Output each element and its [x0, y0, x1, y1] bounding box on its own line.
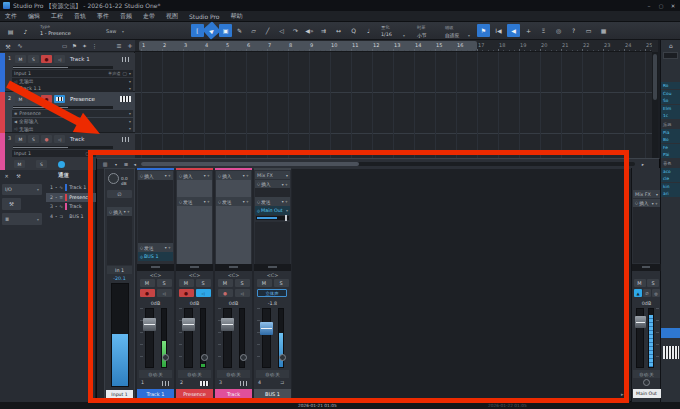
inserts-header[interactable]: ○插入 ▾ + — [107, 207, 132, 216]
browser-item-kin[interactable]: kin — [661, 183, 680, 190]
monitor-button[interactable]: ◁ — [54, 55, 65, 63]
inserts-header[interactable]: ○插入▾ + — [177, 171, 212, 180]
zoom-eye-button[interactable]: ◎ — [552, 24, 565, 37]
mute-button[interactable]: M — [634, 279, 646, 287]
arrange-vscrollbar[interactable] — [652, 52, 658, 158]
solo-button[interactable]: S — [196, 279, 211, 287]
fader-handle[interactable] — [260, 322, 273, 335]
mixfx-header[interactable]: Mix FX▾ — [255, 171, 290, 179]
snap-dropdown-icon[interactable]: ▾ — [468, 33, 470, 38]
menu-item-工程[interactable]: 工程 — [51, 12, 63, 21]
grid-options-button[interactable]: ▦ — [597, 24, 610, 37]
strip-tab[interactable] — [632, 264, 661, 271]
input-select-row[interactable]: Input 1 ◯ ▾ — [12, 150, 96, 157]
channel-list-item-BUS 1[interactable]: 4•⊐BUS 1 — [46, 212, 96, 221]
track-1[interactable]: 1 M S ● ◁ Track 1 Input 1 单声道 ◯ ▾ ◁ 无输出 … — [0, 53, 135, 92]
metronome-icon[interactable]: ♩ — [362, 24, 375, 37]
solo-button[interactable]: S — [647, 279, 659, 287]
display-button[interactable]: ▭ — [582, 24, 595, 37]
fader-track[interactable] — [262, 308, 271, 368]
browser-item-ari[interactable]: ari — [661, 190, 680, 197]
record-arm-button[interactable]: ● — [140, 289, 155, 297]
headphone-button[interactable]: ◎ — [652, 289, 660, 297]
solo-button[interactable]: S — [235, 279, 250, 287]
fader-handle[interactable] — [635, 316, 646, 328]
instrument-editor-button[interactable] — [54, 95, 65, 103]
maximize-button[interactable]: ▢ — [656, 1, 666, 10]
inserts-list[interactable] — [177, 180, 212, 197]
keyboard-icon[interactable] — [663, 346, 679, 359]
browser-selected-item[interactable] — [661, 328, 680, 338]
tools-icon[interactable]: ✦ — [80, 41, 89, 51]
mute-button[interactable]: M — [140, 279, 155, 287]
automation-mode[interactable]: 自动:关 — [139, 370, 172, 378]
return-to-start-button[interactable]: I◀ — [492, 24, 505, 37]
automation-mode[interactable]: 自动:关 — [178, 370, 211, 378]
loop-icon[interactable]: ↔ — [332, 24, 345, 37]
console-scroll-right-icon[interactable]: ▸ — [621, 391, 624, 397]
inserts-list[interactable] — [216, 180, 251, 197]
send-slot[interactable]: ◎BUS 1 — [138, 252, 173, 261]
record-type-panel[interactable]: Type 1 - Presence Saw ▾ — [40, 24, 136, 38]
dropdown-icon[interactable]: ▾ — [129, 111, 131, 116]
sends-header[interactable]: ○发送▾ + — [255, 197, 290, 206]
track-menu-icon[interactable]: ≡ — [114, 41, 124, 51]
sound-dropdown-icon[interactable]: ▾ — [122, 29, 124, 34]
browser-item-cle[interactable]: cle — [661, 175, 680, 182]
stereo-mode-button[interactable]: 立体声 — [257, 289, 287, 297]
inserts-header[interactable]: ○插入▾ + — [138, 171, 173, 180]
pan-control[interactable]: <C> — [176, 272, 213, 278]
polarity-button[interactable]: ∅ — [107, 190, 132, 198]
record-arm-button[interactable]: ● — [41, 135, 52, 143]
dropdown-icon[interactable]: ▾ — [129, 119, 131, 124]
sends-header[interactable]: ○发送▾ + — [138, 243, 173, 252]
arrow-tool[interactable]: ▶ — [202, 21, 220, 39]
menu-item-帮助[interactable]: 帮助 — [231, 12, 243, 21]
sends-list[interactable] — [216, 206, 251, 264]
flag-icon[interactable]: ⚑ — [70, 41, 79, 51]
close-button[interactable]: ✕ — [668, 1, 678, 10]
browser-item-Fe[interactable]: Fe — [661, 144, 680, 151]
instrument-select-row[interactable]: ≡ Presence ▾ — [12, 110, 133, 117]
channel-name-label[interactable]: Input 1 — [106, 390, 133, 398]
fader-handle[interactable] — [221, 318, 234, 331]
solo-button[interactable]: S — [28, 55, 39, 63]
output-slot[interactable]: ◎Main Out▾ — [255, 206, 290, 215]
inserts-list[interactable] — [633, 207, 660, 263]
track-name[interactable]: Presence — [70, 96, 95, 102]
volume-value[interactable]: 0dB — [137, 300, 174, 307]
mixfx-header[interactable]: Mix FX▾ — [633, 190, 660, 198]
sound-select[interactable]: Saw — [106, 28, 116, 34]
channel-name-label[interactable]: BUS 1 — [254, 389, 291, 398]
volume-value[interactable]: -1.8 — [254, 300, 291, 307]
monitor-button[interactable]: ◁ — [157, 289, 172, 297]
console-hscrollbar[interactable] — [141, 162, 635, 166]
input-select-row[interactable]: ◀ 全部输入 ▾ — [12, 118, 133, 125]
monitor-button[interactable]: ◁ — [196, 289, 211, 297]
record-arm-button[interactable]: ● — [179, 289, 194, 297]
solo-button[interactable]: S — [28, 135, 39, 143]
io-button[interactable]: I/O▾ — [2, 184, 42, 195]
timeline-ruler[interactable]: 1234567891011121314151617181920212223242… — [135, 40, 658, 52]
timebase-control[interactable]: 时基 小节 — [417, 25, 443, 38]
close-console-icon[interactable]: ✕ — [2, 171, 11, 180]
quantize-dropdown-icon[interactable]: ▾ — [403, 33, 405, 38]
dropdown-icon[interactable]: ▾ — [129, 126, 131, 131]
volume-slider[interactable] — [13, 66, 113, 69]
small-knob[interactable] — [643, 379, 650, 386]
macro-button[interactable]: Ξ — [537, 24, 550, 37]
monitor-indicator[interactable] — [58, 161, 65, 168]
dropdown-icon[interactable]: ▾ — [129, 86, 131, 91]
menu-item-走带[interactable]: 走带 — [143, 12, 155, 21]
menu-item-Studio Pro[interactable]: Studio Pro — [189, 13, 220, 20]
channel-list-item-Track[interactable]: 3•∿Track — [46, 202, 96, 211]
menu-item-音频[interactable]: 音频 — [120, 12, 132, 21]
follow-icon[interactable]: ⇉ — [317, 24, 330, 37]
wrench-icon[interactable]: ⚒ — [3, 41, 13, 51]
browser-item-Cou[interactable]: Cou — [661, 90, 680, 97]
pan-control[interactable]: <C> — [215, 272, 252, 278]
channel-name-label[interactable]: Track — [215, 389, 252, 398]
input-select-row[interactable]: Input 1 单声道 ◯ ▾ — [12, 70, 133, 77]
channel-name-label[interactable]: Main Out — [633, 389, 661, 398]
dropdown-icon[interactable]: ▾ — [129, 71, 131, 76]
